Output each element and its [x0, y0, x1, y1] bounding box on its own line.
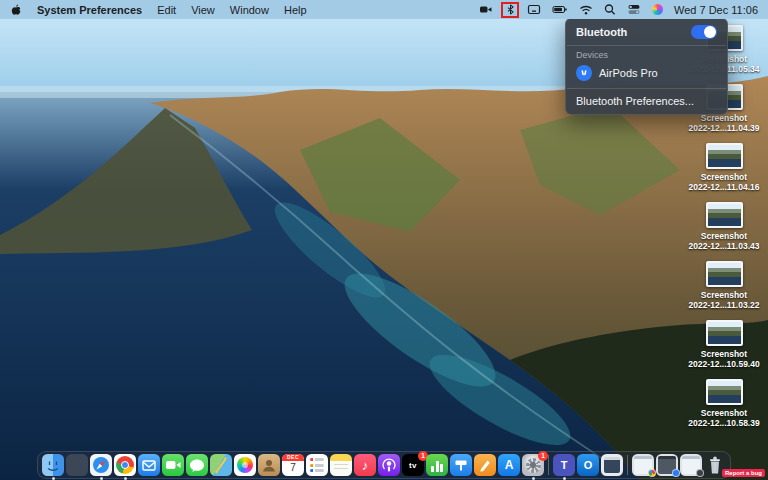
dock-icon-maps[interactable]: [210, 454, 232, 476]
bluetooth-dropdown: Bluetooth Devices AirPods Pro Bluetooth …: [565, 18, 728, 115]
desktop-icon-label: Screenshot2022-12...11.03.43: [680, 231, 768, 251]
menu-bar-status: Wed 7 Dec 11:06: [479, 2, 758, 18]
dock-icon-music[interactable]: ♪: [354, 454, 376, 476]
dock-icon-safari[interactable]: [90, 454, 112, 476]
desktop-icon-label: Screenshot2022-12...11.03.22: [680, 290, 768, 310]
desktop-icon-label: Screenshot2022-12...10.59.40: [680, 349, 768, 369]
dock-divider: [548, 455, 549, 475]
dock-icon-keynote[interactable]: [450, 454, 472, 476]
window-thumbnail: [604, 457, 620, 473]
screenshot-thumbnail: [706, 379, 743, 405]
desktop-icon-screenshot[interactable]: Screenshot2022-12...10.59.40: [680, 320, 768, 379]
chrome-center: [121, 461, 129, 469]
dock-icon-system-preferences[interactable]: 1: [522, 454, 544, 476]
dock-icon-finder[interactable]: [42, 454, 64, 476]
menu-window[interactable]: Window: [230, 4, 269, 16]
dock-icon-launchpad[interactable]: [66, 454, 88, 476]
finder-face-icon: [42, 454, 64, 476]
envelope-icon: [138, 454, 160, 476]
apple-menu[interactable]: [10, 3, 22, 17]
dock-icon-facetime[interactable]: [162, 454, 184, 476]
bluetooth-preferences-item[interactable]: Bluetooth Preferences...: [566, 89, 727, 114]
control-center-icon[interactable]: [627, 3, 641, 16]
dock-minimized-window[interactable]: [632, 454, 654, 476]
desktop-icon-label: Screenshot2022-12...11.04.16: [680, 172, 768, 192]
dock-icon-reminders[interactable]: [306, 454, 328, 476]
calendar-month: DEC: [282, 454, 304, 461]
screenshot-thumbnail: [706, 202, 743, 228]
menu-bar: System Preferences Edit View Window Help: [0, 0, 768, 19]
desktop-icon-label: Screenshot2022-12...11.04.39: [680, 113, 768, 133]
pen-icon: [474, 454, 496, 476]
music-note-icon: ♪: [362, 458, 369, 473]
podcasts-mic-icon: [378, 454, 400, 476]
dock-minimized-window[interactable]: [656, 454, 678, 476]
device-name: AirPods Pro: [599, 67, 658, 79]
dock-icon-notes[interactable]: [330, 454, 352, 476]
road-icon: [210, 454, 232, 476]
bluetooth-icon[interactable]: [505, 3, 516, 16]
video-camera-icon[interactable]: [479, 3, 493, 16]
dock-icon-app-store[interactable]: A: [498, 454, 520, 476]
menu-view[interactable]: View: [191, 4, 215, 16]
active-app-menu[interactable]: System Preferences: [37, 4, 142, 16]
tv-logo: tv: [409, 461, 417, 470]
screenshot-thumbnail: [706, 143, 743, 169]
dock-icon-calendar[interactable]: DEC 7: [282, 454, 304, 476]
dock-icon-numbers[interactable]: [426, 454, 448, 476]
desktop-icon-label: Screenshot2022-12...10.58.39: [680, 408, 768, 428]
toggle-knob: [704, 26, 716, 38]
app-badge-icon: [696, 469, 704, 477]
dock-icon-microsoft-teams[interactable]: T: [553, 454, 575, 476]
teams-t-glyph: T: [561, 459, 568, 471]
dock-icon-photos[interactable]: [234, 454, 256, 476]
notification-badge: 1: [538, 451, 548, 461]
dock: DEC 7 ♪ tv 1 A 1 T: [37, 451, 731, 479]
display-icon[interactable]: [527, 3, 541, 16]
dock-icon-pages[interactable]: [474, 454, 496, 476]
dock-divider: [627, 455, 628, 475]
bluetooth-toggle[interactable]: [691, 25, 717, 39]
speech-bubble-icon: [186, 454, 208, 476]
siri-icon[interactable]: [652, 4, 663, 15]
screenshot-thumbnail: [706, 320, 743, 346]
app-badge-icon: [672, 469, 680, 477]
chrome-badge-icon: [648, 469, 656, 477]
bluetooth-toggle-row: Bluetooth: [566, 19, 727, 45]
desktop-icon-screenshot[interactable]: Screenshot2022-12...11.03.43: [680, 202, 768, 261]
bluetooth-device-airpods-pro[interactable]: AirPods Pro: [566, 62, 727, 88]
devices-header: Devices: [566, 46, 727, 62]
dock-icon-apple-tv[interactable]: tv 1: [402, 454, 424, 476]
spotlight-search-icon[interactable]: [604, 3, 616, 16]
dock-icon-chrome[interactable]: [114, 454, 136, 476]
apple-logo-icon: [10, 3, 22, 17]
desktop-icon-screenshot[interactable]: Screenshot2022-12...10.58.39: [680, 379, 768, 438]
siri-orb: [652, 4, 663, 15]
bluetooth-menu-title: Bluetooth: [576, 26, 627, 38]
video-camera-icon: [162, 454, 184, 476]
desktop-screen: Screenshot2022-12...11.05.34 Screenshot2…: [0, 0, 768, 480]
menu-help[interactable]: Help: [284, 4, 307, 16]
dock-icon-podcasts[interactable]: [378, 454, 400, 476]
menu-edit[interactable]: Edit: [157, 4, 176, 16]
dock-icon-contacts[interactable]: [258, 454, 280, 476]
desktop-icon-screenshot[interactable]: Screenshot2022-12...11.04.16: [680, 143, 768, 202]
battery-icon[interactable]: [552, 3, 568, 16]
person-silhouette-icon: [258, 454, 280, 476]
dock-minimized-window[interactable]: [680, 454, 702, 476]
photos-flower-icon: [237, 457, 253, 473]
menu-bar-clock[interactable]: Wed 7 Dec 11:06: [674, 4, 758, 16]
dock-icon-mail[interactable]: [138, 454, 160, 476]
gear-icon: [526, 458, 541, 473]
wifi-icon[interactable]: [579, 3, 593, 16]
podium-icon: [450, 454, 472, 476]
report-bug-badge[interactable]: Report a bug: [722, 469, 765, 477]
desktop-icon-screenshot[interactable]: Screenshot2022-12...11.03.22: [680, 261, 768, 320]
dock-icon-microsoft-outlook[interactable]: O: [577, 454, 599, 476]
dock-icon-app-window[interactable]: [601, 454, 623, 476]
bluetooth-status-highlight: [501, 2, 519, 18]
screenshot-thumbnail: [706, 261, 743, 287]
outlook-o-glyph: O: [584, 459, 593, 471]
dock-icon-messages[interactable]: [186, 454, 208, 476]
calendar-day: 7: [282, 461, 304, 476]
